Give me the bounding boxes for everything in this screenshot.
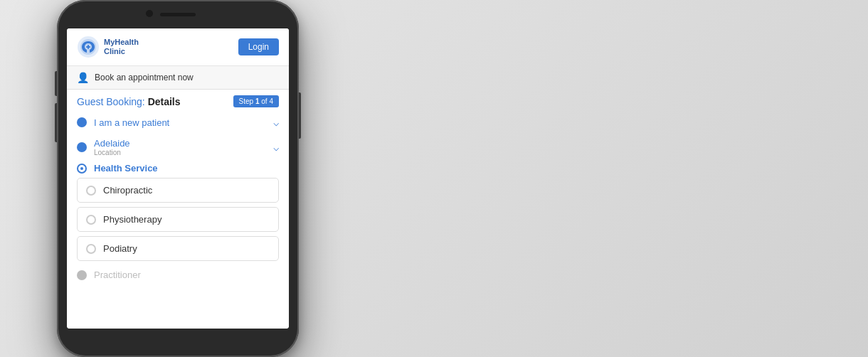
phone-button-volume bbox=[55, 103, 57, 142]
location-row[interactable]: Adelaide Location ⌵ bbox=[77, 133, 279, 161]
radio-circle-podiatry bbox=[86, 244, 96, 254]
logo-sub: Clinic bbox=[104, 47, 139, 56]
health-service-title: Health Service bbox=[94, 163, 158, 174]
option-podiatry[interactable]: Podiatry bbox=[77, 236, 279, 261]
book-appointment-bar: 👤 Book an appointment now bbox=[67, 66, 289, 90]
phone-button-power bbox=[299, 92, 301, 139]
location-chevron[interactable]: ⌵ bbox=[273, 142, 279, 153]
health-service-section: Health Service Chiropractic Physiotherap… bbox=[67, 161, 289, 261]
patient-type-content: I am a new patient bbox=[94, 117, 273, 128]
logo-icon bbox=[77, 36, 100, 58]
logo-area: MyHealth Clinic bbox=[77, 36, 139, 58]
phone-speaker bbox=[160, 13, 196, 16]
form-steps: I am a new patient ⌵ Adelaide Location ⌵ bbox=[67, 112, 289, 161]
step-dot-2 bbox=[77, 142, 87, 152]
booking-title-highlight: Details bbox=[148, 96, 181, 107]
location-content: Adelaide Location bbox=[94, 138, 273, 156]
booking-title-prefix: Guest Booking: bbox=[77, 96, 148, 107]
booking-title: Guest Booking: Details bbox=[77, 96, 181, 107]
option-podiatry-label: Podiatry bbox=[103, 243, 137, 254]
health-service-header: Health Service bbox=[77, 163, 279, 174]
phone-screen: MyHealth Clinic Login 👤 Book an appointm… bbox=[67, 28, 289, 329]
patient-type-chevron[interactable]: ⌵ bbox=[273, 117, 279, 128]
logo-text: MyHealth Clinic bbox=[104, 38, 139, 56]
practitioner-section: Practitioner bbox=[67, 265, 289, 284]
radio-circle-chiropractic bbox=[86, 186, 96, 196]
phone-mockup: MyHealth Clinic Login 👤 Book an appointm… bbox=[57, 0, 299, 357]
user-icon: 👤 bbox=[77, 72, 89, 83]
health-service-dot-inner bbox=[80, 167, 83, 170]
step-total: 4 bbox=[269, 97, 273, 105]
step-badge: Step 1 of 4 bbox=[233, 95, 279, 107]
location-sublabel: Location bbox=[94, 149, 273, 156]
step-separator: of bbox=[260, 97, 270, 105]
patient-type-label: I am a new patient bbox=[94, 117, 273, 128]
step-text: Step bbox=[239, 97, 255, 105]
option-chiropractic[interactable]: Chiropractic bbox=[77, 178, 279, 203]
option-chiropractic-label: Chiropractic bbox=[103, 185, 152, 196]
practitioner-label: Practitioner bbox=[94, 270, 141, 280]
option-physiotherapy[interactable]: Physiotherapy bbox=[77, 207, 279, 232]
patient-type-row[interactable]: I am a new patient ⌵ bbox=[77, 112, 279, 133]
radio-circle-physiotherapy bbox=[86, 215, 96, 225]
health-service-dot bbox=[77, 164, 87, 174]
practitioner-dot bbox=[77, 270, 87, 280]
login-button[interactable]: Login bbox=[238, 38, 279, 55]
step-dot-1 bbox=[77, 117, 87, 127]
location-label: Adelaide bbox=[94, 138, 273, 149]
phone-body: MyHealth Clinic Login 👤 Book an appointm… bbox=[57, 0, 299, 357]
app-content: MyHealth Clinic Login 👤 Book an appointm… bbox=[67, 28, 289, 329]
phone-camera bbox=[146, 10, 153, 17]
app-header: MyHealth Clinic Login bbox=[67, 28, 289, 66]
booking-header: Guest Booking: Details Step 1 of 4 bbox=[67, 90, 289, 112]
logo-name: MyHealth bbox=[104, 38, 139, 47]
phone-button-mute bbox=[55, 71, 57, 96]
option-physiotherapy-label: Physiotherapy bbox=[103, 214, 162, 225]
book-appointment-text: Book an appointment now bbox=[95, 73, 194, 82]
